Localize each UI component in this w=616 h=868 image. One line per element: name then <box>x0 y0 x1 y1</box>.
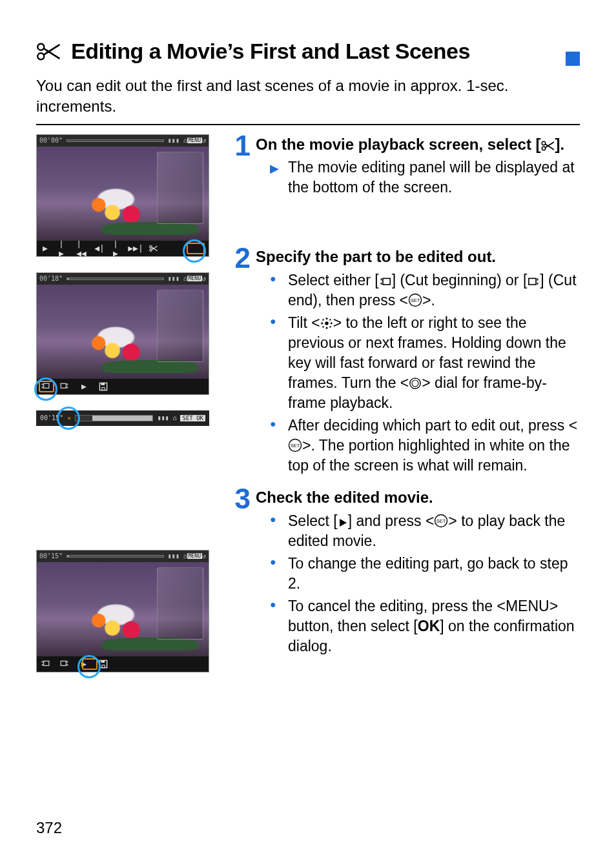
screenshot-step2: 00'18" ▮▮▮ ⌂ MENU ↺ <box>36 272 209 395</box>
svg-text:SET: SET <box>436 518 446 524</box>
svg-point-34 <box>329 326 331 327</box>
svg-point-28 <box>325 327 327 329</box>
last-frame-icon: ▶▶| <box>131 244 140 253</box>
svg-rect-11 <box>101 383 105 385</box>
save-icon <box>99 660 108 669</box>
scissors-icon <box>541 140 555 152</box>
svg-rect-23 <box>529 278 536 285</box>
step-number: 1 <box>231 133 251 200</box>
screenshot-framebar: 00'15" ✕ ▮▮▮ ⌂ SET OK <box>36 410 209 426</box>
cut-end-icon <box>527 277 540 287</box>
step-title: Check the edited movie. <box>256 487 580 508</box>
intro-text: You can edit out the first and last scen… <box>36 76 580 117</box>
step3-bullet-1: Select [ ] and press < SET > to play bac… <box>270 511 580 551</box>
joystick-icon <box>320 317 333 330</box>
time-counter: 00'00" <box>39 137 63 144</box>
set-button-icon: SET <box>434 514 448 528</box>
play-icon: ▶ <box>79 382 88 391</box>
step-title: On the movie playback screen, select [ ]… <box>256 134 580 155</box>
section-marker <box>566 52 580 66</box>
cut-end-icon <box>60 382 69 391</box>
cut-marker-icon: ✕ <box>67 414 71 421</box>
quick-dial-icon <box>409 377 422 390</box>
step1-result: ▶ The movie editing panel will be displa… <box>270 157 580 197</box>
play-icon <box>338 518 348 528</box>
set-button-icon: SET <box>408 293 422 307</box>
cut-begin-icon <box>41 382 50 391</box>
time-counter: 00'15" <box>40 414 63 421</box>
step-number: 3 <box>231 486 251 659</box>
step-2: 2 Specify the part to be edited out. Sel… <box>231 247 580 478</box>
svg-point-1 <box>37 53 44 59</box>
set-ok-tag: SET OK <box>180 415 205 421</box>
save-icon <box>99 382 108 391</box>
frame-fwd-icon: |▶ <box>113 244 122 253</box>
menu-tag: MENU <box>187 276 202 281</box>
screenshot-step1: 00'00" ▮▮▮ ⌂ MENU ↺ ▶ |▶ |◀◀ ◀| |▶ ▶▶| <box>36 134 209 257</box>
scissors-icon <box>36 41 62 63</box>
svg-point-35 <box>410 378 420 389</box>
step2-bullet-2: Tilt < > to the left or right to see the… <box>270 313 580 413</box>
svg-marker-43 <box>340 519 347 527</box>
step-title: Specify the part to be edited out. <box>256 247 580 267</box>
svg-point-36 <box>412 380 418 387</box>
svg-point-26 <box>325 321 328 325</box>
cut-end-icon <box>60 660 69 669</box>
thumbnail-column: 00'00" ▮▮▮ ⌂ MENU ↺ ▶ |▶ |◀◀ ◀| |▶ ▶▶| <box>36 134 223 672</box>
svg-rect-13 <box>44 661 49 665</box>
svg-rect-16 <box>101 660 105 663</box>
step-1: 1 On the movie playback screen, select [… <box>231 134 580 200</box>
step2-bullet-1: Select either [ ] (Cut beginning) or [ ]… <box>270 270 580 310</box>
divider <box>36 124 580 125</box>
play-icon: ▶ <box>79 660 88 669</box>
time-counter: 00'18" <box>39 275 63 282</box>
svg-rect-9 <box>61 383 66 388</box>
svg-point-31 <box>322 319 323 320</box>
step-3: 3 Check the edited movie. Select [ ] and… <box>231 487 580 659</box>
time-counter: 00'15" <box>39 552 63 560</box>
menu-tag: MENU <box>187 137 202 143</box>
svg-rect-14 <box>61 661 66 665</box>
page-title-row: Editing a Movie’s First and Last Scenes <box>36 39 580 64</box>
page-number: 372 <box>36 819 62 837</box>
slow-icon: |▶ <box>59 244 68 253</box>
cut-begin-icon <box>379 277 392 287</box>
step2-bullet-3: After deciding which part to edit out, p… <box>270 416 580 476</box>
set-button-icon: SET <box>288 438 302 452</box>
svg-point-29 <box>321 322 323 324</box>
cut-begin-icon <box>41 660 50 669</box>
steps-column: 1 On the movie playback screen, select [… <box>231 134 580 672</box>
svg-point-0 <box>37 43 44 50</box>
triangle-bullet-icon: ▶ <box>270 161 279 176</box>
svg-rect-22 <box>383 278 390 285</box>
first-frame-icon: |◀◀ <box>77 244 86 253</box>
svg-text:SET: SET <box>291 443 300 449</box>
play-icon: ▶ <box>41 244 50 253</box>
edit-scissors-icon <box>149 244 158 253</box>
menu-tag: MENU <box>187 553 202 559</box>
menu-label: MENU <box>506 598 549 614</box>
frame-back-icon: ◀| <box>95 244 104 253</box>
svg-text:SET: SET <box>411 298 420 303</box>
page-title: Editing a Movie’s First and Last Scenes <box>71 39 470 64</box>
svg-point-33 <box>322 326 323 327</box>
svg-rect-8 <box>44 383 49 388</box>
svg-point-32 <box>329 319 331 320</box>
step3-bullet-3: To cancel the editing, press the <MENU> … <box>270 596 580 656</box>
step-number: 2 <box>231 245 251 478</box>
svg-point-30 <box>330 322 332 324</box>
screenshot-step3: 00'15" ▮▮▮ ⌂ MENU ↺ <box>36 550 209 672</box>
step3-bullet-2: To change the editing part, go back to s… <box>270 554 580 594</box>
svg-point-27 <box>325 318 327 319</box>
